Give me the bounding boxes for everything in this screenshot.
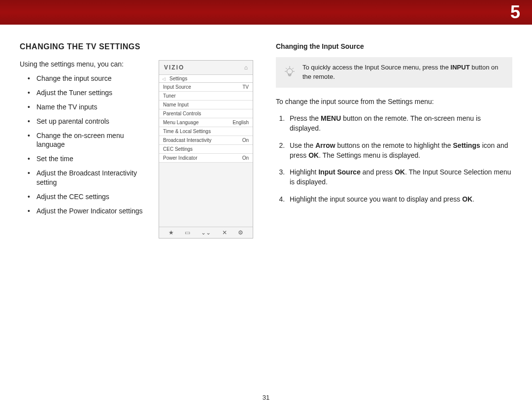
- table-row: Tuner: [159, 92, 253, 101]
- subsection-title: Changing the Input Source: [276, 42, 512, 50]
- chapter-header: 5: [0, 0, 532, 25]
- gear-icon: ⚙: [238, 229, 243, 236]
- table-row: Time & Local Settings: [159, 127, 253, 136]
- page-body: CHANGING THE TV SETTINGS Using the setti…: [0, 25, 532, 239]
- list-item: Press the MENU button on the remote. The…: [287, 113, 512, 134]
- list-item: Adjust the Power Indicator settings: [31, 206, 148, 216]
- breadcrumb: ◁ Settings: [159, 74, 253, 83]
- list-item: Change the on-screen menu language: [31, 131, 148, 150]
- svg-line-5: [293, 68, 294, 69]
- table-row: Power IndicatorOn: [159, 154, 253, 163]
- chevron-down-icon: ⌄⌄: [201, 229, 211, 236]
- steps-list: Press the MENU button on the remote. The…: [276, 113, 512, 204]
- table-row: Parental Controls: [159, 109, 253, 118]
- list-item: Set up parental controls: [31, 117, 148, 126]
- table-row: Name Input: [159, 101, 253, 109]
- intro-text: Using the settings menu, you can:: [20, 60, 148, 68]
- list-item: Adjust the Broadcast Interactivity setti…: [31, 169, 148, 187]
- left-column: CHANGING THE TV SETTINGS Using the setti…: [20, 42, 256, 239]
- table-row: Menu LanguageEnglish: [159, 118, 253, 127]
- home-icon: ⌂: [244, 64, 248, 71]
- list-item: Set the time: [31, 154, 148, 164]
- table-row: Input SourceTV: [159, 83, 253, 92]
- list-item: Highlight Input Source and press OK. The…: [287, 167, 512, 187]
- tv-settings-panel: VIZIO ⌂ ◁ Settings Input SourceTV Tuner …: [159, 60, 253, 239]
- table-row: Broadcast InteractivityOn: [159, 136, 253, 145]
- list-item: Adjust the CEC settings: [31, 192, 148, 202]
- tip-box: To quickly access the Input Source menu,…: [276, 57, 512, 88]
- star-icon: ★: [168, 229, 174, 236]
- list-item: Highlight the input source you want to d…: [287, 194, 512, 204]
- list-item: Use the Arrow buttons on the remote to h…: [287, 140, 512, 161]
- close-icon: ✕: [222, 229, 227, 236]
- svg-point-0: [287, 68, 292, 74]
- section-title: CHANGING THE TV SETTINGS: [20, 42, 256, 51]
- tv-bottom-bar: ★ ▭ ⌄⌄ ✕ ⚙: [159, 227, 253, 238]
- lightbulb-icon: [283, 66, 297, 79]
- rect-icon: ▭: [185, 229, 190, 236]
- table-row: CEC Settings: [159, 145, 253, 154]
- list-item: Name the TV inputs: [31, 103, 148, 112]
- back-triangle-icon: ◁: [162, 76, 166, 81]
- tv-brand-logo: VIZIO: [164, 64, 184, 71]
- chapter-number: 5: [510, 2, 520, 23]
- lead-text: To change the input source from the Sett…: [276, 97, 512, 106]
- svg-line-4: [286, 68, 287, 69]
- list-item: Change the input source: [31, 74, 148, 83]
- bullet-list: Change the input source Adjust the Tuner…: [20, 74, 148, 216]
- list-item: Adjust the Tuner settings: [31, 88, 148, 98]
- right-column: Changing the Input Source To quickly acc…: [276, 42, 512, 239]
- breadcrumb-label: Settings: [169, 76, 187, 81]
- tip-text: To quickly access the Input Source menu,…: [302, 64, 498, 80]
- page-number: 31: [263, 394, 269, 401]
